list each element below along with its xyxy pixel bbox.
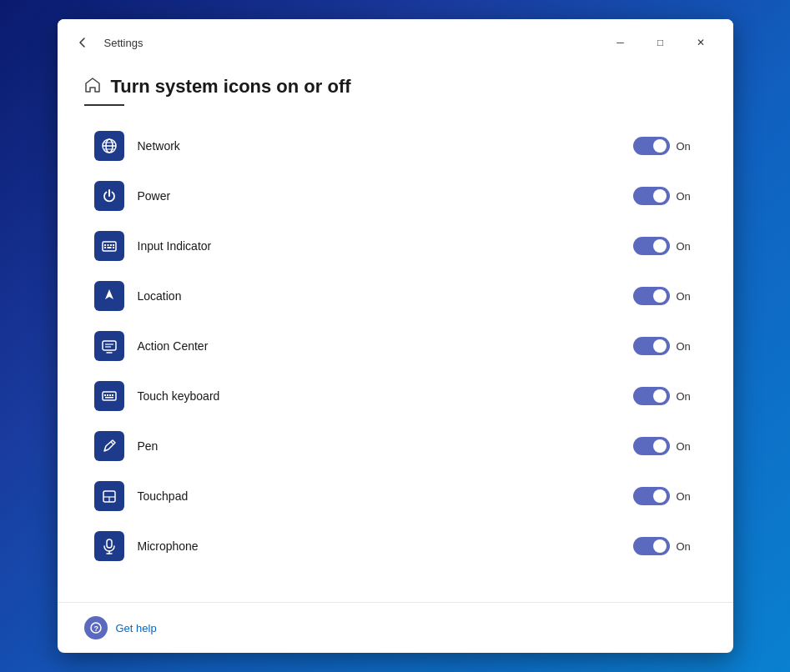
location-state: On — [677, 290, 697, 303]
network-toggle[interactable] — [633, 137, 670, 155]
touch-keyboard-label: Touch keyboard — [138, 389, 633, 403]
action-center-toggle-container: On — [633, 337, 697, 355]
power-toggle-knob — [653, 189, 667, 203]
svg-rect-17 — [104, 394, 106, 396]
svg-rect-20 — [112, 394, 113, 396]
svg-text:?: ? — [93, 624, 98, 633]
action-center-state: On — [677, 340, 697, 353]
page-header: Turn system icons on or off — [84, 76, 707, 98]
settings-window: Settings ─ □ ✕ Turn system icons on or o… — [58, 19, 733, 653]
action-center-label: Action Center — [138, 339, 633, 353]
touchpad-toggle[interactable] — [633, 487, 670, 505]
location-label: Location — [138, 289, 633, 303]
svg-rect-21 — [105, 397, 113, 399]
svg-rect-5 — [103, 242, 116, 251]
title-bar-left: Settings — [71, 31, 143, 54]
microphone-label: Microphone — [138, 539, 633, 553]
touch-keyboard-icon — [94, 381, 124, 411]
setting-item-input-indicator: Input Indicator On — [84, 223, 707, 269]
main-content: Turn system icons on or off Network — [58, 63, 733, 602]
back-button[interactable] — [71, 31, 94, 54]
touchpad-toggle-knob — [653, 489, 667, 503]
setting-item-pen: Pen On — [84, 423, 707, 469]
pen-toggle-container: On — [633, 437, 697, 455]
setting-item-network: Network On — [84, 123, 707, 169]
window-controls: ─ □ ✕ — [601, 29, 720, 56]
touch-keyboard-state: On — [677, 390, 697, 403]
touchpad-toggle-container: On — [633, 487, 697, 505]
svg-rect-11 — [107, 247, 111, 248]
location-icon — [94, 281, 124, 311]
settings-list: Network On Power — [84, 123, 707, 569]
pen-toggle-knob — [653, 439, 667, 453]
close-button[interactable]: ✕ — [682, 29, 720, 56]
page-title: Turn system icons on or off — [111, 76, 351, 98]
svg-rect-19 — [109, 394, 111, 396]
svg-rect-18 — [107, 394, 108, 396]
minimize-button[interactable]: ─ — [601, 29, 640, 56]
input-indicator-toggle[interactable] — [633, 237, 670, 255]
setting-item-power: Power On — [84, 173, 707, 219]
power-toggle[interactable] — [633, 187, 670, 205]
pen-state: On — [677, 440, 697, 453]
location-toggle-container: On — [633, 287, 697, 305]
home-icon — [84, 77, 101, 98]
pen-label: Pen — [138, 439, 633, 453]
network-toggle-knob — [653, 139, 667, 153]
svg-rect-13 — [103, 341, 116, 350]
microphone-icon — [94, 531, 124, 561]
app-title: Settings — [104, 37, 143, 49]
power-state: On — [677, 190, 697, 203]
input-indicator-state: On — [677, 240, 697, 253]
power-label: Power — [138, 189, 633, 203]
footer: ? Get help — [58, 602, 733, 653]
svg-rect-7 — [107, 244, 108, 246]
svg-rect-8 — [110, 244, 112, 246]
input-indicator-toggle-container: On — [633, 237, 697, 255]
pen-icon — [94, 431, 124, 461]
setting-item-touchpad: Touchpad On — [84, 473, 707, 519]
svg-rect-25 — [107, 539, 112, 548]
power-icon — [94, 181, 124, 211]
maximize-button[interactable]: □ — [642, 29, 680, 56]
microphone-state: On — [677, 540, 697, 553]
touchpad-state: On — [677, 490, 697, 503]
microphone-toggle-knob — [653, 539, 667, 553]
network-label: Network — [138, 139, 633, 153]
action-center-toggle[interactable] — [633, 337, 670, 355]
svg-rect-9 — [113, 244, 114, 246]
touch-keyboard-toggle-knob — [653, 389, 667, 403]
svg-rect-6 — [104, 244, 106, 246]
location-toggle-knob — [653, 289, 667, 303]
input-indicator-toggle-knob — [653, 239, 667, 253]
setting-item-microphone: Microphone On — [84, 523, 707, 569]
action-center-toggle-knob — [653, 339, 667, 353]
input-indicator-label: Input Indicator — [138, 239, 633, 253]
input-indicator-icon — [94, 231, 124, 261]
location-toggle[interactable] — [633, 287, 670, 305]
get-help-icon: ? — [84, 616, 108, 639]
touchpad-icon — [94, 481, 124, 511]
touch-keyboard-toggle[interactable] — [633, 387, 670, 405]
action-center-icon — [94, 331, 124, 361]
network-state: On — [677, 140, 697, 153]
setting-item-touch-keyboard: Touch keyboard On — [84, 373, 707, 419]
title-bar: Settings ─ □ ✕ — [58, 19, 733, 63]
touch-keyboard-toggle-container: On — [633, 387, 697, 405]
setting-item-action-center: Action Center On — [84, 323, 707, 369]
setting-item-location: Location On — [84, 273, 707, 319]
touchpad-label: Touchpad — [138, 489, 633, 503]
microphone-toggle[interactable] — [633, 537, 670, 555]
svg-rect-12 — [113, 247, 114, 248]
get-help-link[interactable]: Get help — [116, 622, 157, 634]
network-icon — [94, 131, 124, 161]
power-toggle-container: On — [633, 187, 697, 205]
microphone-toggle-container: On — [633, 537, 697, 555]
network-toggle-container: On — [633, 137, 697, 155]
svg-rect-10 — [104, 247, 106, 248]
pen-toggle[interactable] — [633, 437, 670, 455]
title-divider — [84, 104, 124, 106]
